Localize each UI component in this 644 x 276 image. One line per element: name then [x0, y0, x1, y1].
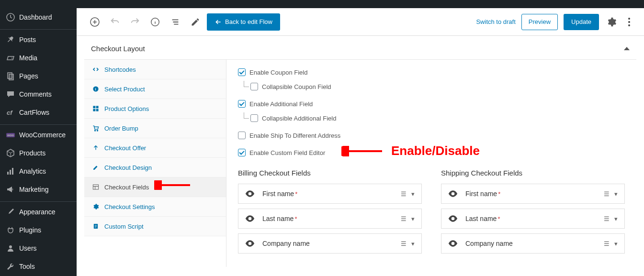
add-block-button[interactable] — [86, 13, 103, 31]
eye-icon[interactable] — [448, 240, 459, 247]
menu-icon[interactable]: ☰ — [604, 240, 610, 247]
sidebar-item-products[interactable]: Products — [0, 144, 77, 162]
doc-icon — [92, 222, 100, 230]
chevron-down-icon[interactable]: ▾ — [614, 190, 618, 198]
collapse-icon — [624, 47, 630, 50]
row-enable-additional: Enable Additional Field — [238, 100, 625, 108]
checkbox-label: Enable Ship To Different Address — [249, 132, 340, 139]
svg-rect-3 — [9, 74, 13, 80]
woo-icon: woo — [6, 130, 15, 140]
undo-button[interactable] — [106, 13, 124, 31]
sidebar-label: WooCommerce — [19, 131, 66, 139]
sidebar-item-posts[interactable]: Posts — [0, 31, 77, 49]
menu-icon[interactable]: ☰ — [401, 215, 407, 222]
field-row[interactable]: First name* ☰▾ — [441, 184, 625, 204]
sidebar-item-tools[interactable]: Tools — [0, 257, 77, 276]
checkbox-label: Enable Custom Field Editor — [249, 149, 325, 156]
chevron-down-icon[interactable]: ▾ — [614, 240, 618, 247]
edit-button[interactable] — [187, 13, 204, 31]
eye-icon[interactable] — [245, 215, 256, 222]
sidebar-label: Posts — [19, 36, 36, 44]
pin-icon — [6, 35, 15, 44]
subtab-order-bump[interactable]: Order Bump — [84, 119, 226, 138]
chevron-down-icon[interactable]: ▾ — [411, 240, 415, 247]
bars-icon — [6, 166, 15, 176]
back-button[interactable]: Back to edit Flow — [207, 13, 280, 31]
subtab-custom-script[interactable]: Custom Script — [84, 217, 226, 236]
svg-rect-18 — [93, 106, 95, 108]
update-button[interactable]: Update — [564, 14, 599, 30]
svg-point-23 — [97, 130, 98, 131]
info-button[interactable] — [147, 13, 164, 31]
sidebar-item-media[interactable]: Media — [0, 49, 77, 67]
sidebar-item-cartflows[interactable]: cf CartFlows — [0, 103, 77, 121]
checkbox-enable-additional[interactable] — [238, 100, 246, 108]
eye-icon[interactable] — [245, 190, 256, 197]
code-icon — [92, 66, 100, 73]
chevron-down-icon[interactable]: ▾ — [614, 215, 618, 222]
preview-button[interactable]: Preview — [521, 14, 558, 30]
field-row[interactable]: Company name ☰▾ — [238, 233, 422, 254]
separator — [0, 27, 77, 30]
chevron-down-icon[interactable]: ▾ — [411, 215, 415, 222]
settings-button[interactable] — [605, 15, 618, 29]
pencil-icon — [92, 164, 100, 171]
required-marker: * — [498, 190, 500, 198]
sidebar-label: Dashboard — [19, 13, 52, 21]
sidebar-item-appearance[interactable]: Appearance — [0, 203, 77, 221]
subtab-checkout-design[interactable]: Checkout Design — [84, 158, 226, 177]
plug-icon — [6, 225, 15, 235]
field-row[interactable]: Last name* ☰▾ — [238, 209, 422, 229]
subtab-shortcodes[interactable]: Shortcodes — [84, 60, 226, 79]
more-menu-button[interactable] — [624, 18, 634, 26]
checkbox-enable-coupon[interactable] — [238, 68, 246, 76]
row-ship-different: Enable Ship To Different Address — [238, 132, 625, 139]
svg-point-10 — [9, 245, 12, 248]
field-row[interactable]: Last name* ☰▾ — [441, 209, 625, 229]
svg-rect-8 — [10, 170, 11, 175]
menu-icon[interactable]: ☰ — [604, 215, 610, 222]
checkbox-collapsible-additional[interactable] — [250, 114, 258, 122]
sidebar-item-marketing[interactable]: Marketing — [0, 180, 77, 199]
sidebar-item-dashboard[interactable]: Dashboard — [0, 8, 77, 26]
admin-bar — [0, 0, 644, 8]
sidebar-item-analytics[interactable]: Analytics — [0, 162, 77, 180]
editor-toolbar: Back to edit Flow Switch to draft Previe… — [77, 8, 644, 36]
sidebar-item-woocommerce[interactable]: woo WooCommerce — [0, 126, 77, 144]
sidebar-item-plugins[interactable]: Plugins — [0, 221, 77, 239]
subtab-select-product[interactable]: i Select Product — [84, 79, 226, 99]
switch-to-draft-link[interactable]: Switch to draft — [476, 18, 515, 25]
outline-button[interactable] — [167, 13, 184, 31]
eye-icon[interactable] — [245, 240, 256, 247]
brush-icon — [6, 207, 15, 217]
eye-icon[interactable] — [448, 215, 459, 222]
subtab-checkout-settings[interactable]: Checkout Settings — [84, 197, 226, 217]
subtab-checkout-fields[interactable]: Checkout Fields — [84, 177, 226, 197]
sidebar-item-comments[interactable]: Comments — [0, 85, 77, 103]
menu-icon[interactable]: ☰ — [604, 190, 610, 198]
eye-icon[interactable] — [448, 190, 459, 197]
shipping-column: Shipping Checkout Fields First name* ☰▾ … — [441, 169, 625, 258]
sidebar-label: Plugins — [19, 226, 41, 234]
subtabs: Shortcodes i Select Product Product Opti… — [84, 60, 226, 267]
cart-icon — [92, 124, 100, 132]
svg-rect-20 — [93, 109, 95, 111]
sidebar-item-users[interactable]: Users — [0, 239, 77, 257]
subtab-checkout-offer[interactable]: Checkout Offer — [84, 138, 226, 158]
field-row[interactable]: First name* ☰▾ — [238, 184, 422, 204]
menu-icon[interactable]: ☰ — [401, 190, 407, 198]
back-button-label: Back to edit Flow — [225, 18, 272, 25]
menu-icon[interactable]: ☰ — [401, 240, 407, 247]
checkbox-collapsible-coupon[interactable] — [250, 83, 258, 90]
up-icon — [92, 144, 100, 152]
sidebar-item-pages[interactable]: Pages — [0, 67, 77, 85]
wrench-icon — [6, 262, 15, 271]
field-row[interactable]: Company name ☰▾ — [441, 233, 625, 254]
panel-header[interactable]: Checkout Layout — [84, 36, 636, 59]
checkbox-custom-editor[interactable] — [238, 149, 246, 156]
wp-admin-sidebar: Dashboard Posts Media Pages Comments cf … — [0, 8, 77, 276]
chevron-down-icon[interactable]: ▾ — [411, 190, 415, 198]
checkbox-ship-different[interactable] — [238, 132, 246, 139]
subtab-product-options[interactable]: Product Options — [84, 99, 226, 119]
redo-button[interactable] — [126, 13, 144, 31]
